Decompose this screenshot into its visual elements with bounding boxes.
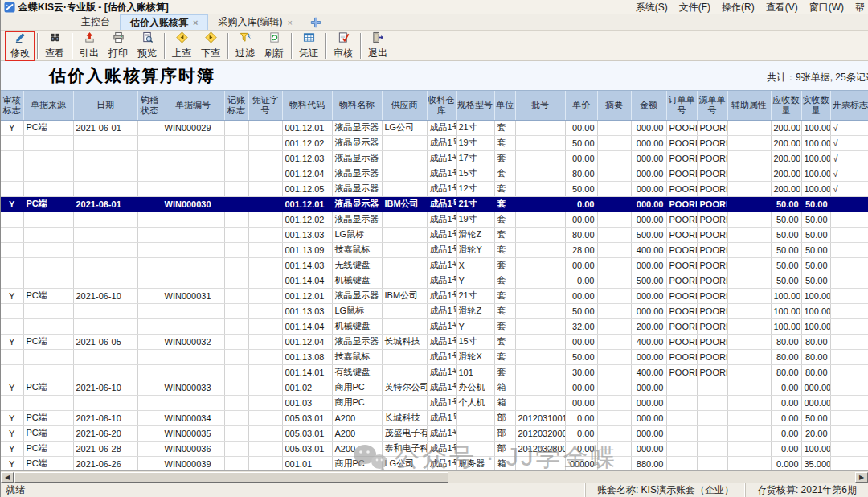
cell[interactable]: 液晶显示器 <box>332 196 382 212</box>
cell[interactable]: 00.00 <box>565 212 597 227</box>
cell[interactable] <box>23 166 73 181</box>
cell[interactable] <box>597 181 631 196</box>
cell[interactable]: PC端 <box>23 196 73 212</box>
cell[interactable]: 500.00 <box>631 227 666 242</box>
cell[interactable] <box>382 227 427 242</box>
cell[interactable]: 80.00 <box>565 166 597 181</box>
cell[interactable] <box>727 120 771 135</box>
cell[interactable] <box>248 364 282 380</box>
cell[interactable]: 100.00 <box>801 150 830 166</box>
cell[interactable] <box>515 364 565 380</box>
cell[interactable] <box>73 273 137 288</box>
cell[interactable] <box>727 181 771 196</box>
cell[interactable]: 成品1号 <box>427 135 456 150</box>
cell[interactable]: 00.00 <box>565 120 597 135</box>
cell[interactable]: 套 <box>494 181 515 196</box>
cell[interactable]: 成品1号 <box>427 456 456 470</box>
cell[interactable] <box>727 257 771 273</box>
toolbar-button-9[interactable]: 凭证 <box>294 31 323 60</box>
cell[interactable] <box>727 166 771 181</box>
cell[interactable] <box>727 410 771 425</box>
cell[interactable]: 2012032800 <box>515 441 565 456</box>
cell[interactable]: 服务器 <box>456 456 494 470</box>
cell[interactable]: 商用PC <box>332 380 382 395</box>
cell[interactable]: 400.00 <box>631 242 666 257</box>
cell[interactable]: 有线键盘 <box>332 364 382 380</box>
cell[interactable] <box>73 395 137 410</box>
cell[interactable]: 21寸 <box>456 120 494 135</box>
cell[interactable] <box>224 288 248 303</box>
cell[interactable] <box>1 242 23 257</box>
scroll-left-button[interactable]: ◀ <box>1 472 14 483</box>
column-header-0[interactable]: 审核 标志 <box>1 91 23 120</box>
cell[interactable]: 21寸 <box>456 288 494 303</box>
cell[interactable] <box>382 257 427 273</box>
cell[interactable]: 50.00 <box>801 242 830 257</box>
cell[interactable]: 套 <box>494 196 515 212</box>
cell[interactable] <box>830 227 868 242</box>
cell[interactable]: 17寸 <box>456 150 494 166</box>
cell[interactable] <box>224 380 248 395</box>
cell[interactable]: 32.00 <box>565 318 597 334</box>
cell[interactable]: 001.12.01 <box>282 196 332 212</box>
cell[interactable] <box>137 318 162 334</box>
cell[interactable]: 005.03.01 <box>282 425 332 441</box>
cell[interactable]: 100.00 <box>801 288 830 303</box>
cell[interactable]: 200.00 <box>771 150 801 166</box>
cell[interactable] <box>727 395 771 410</box>
cell[interactable] <box>830 303 868 318</box>
cell[interactable]: 000.00 <box>631 288 666 303</box>
cell[interactable] <box>515 273 565 288</box>
cell[interactable] <box>597 380 631 395</box>
cell[interactable] <box>73 318 137 334</box>
cell[interactable]: 80.00 <box>801 334 830 349</box>
cell[interactable] <box>597 395 631 410</box>
table-row-17[interactable]: YPC端2021-06-10WIN000033001.02商用PC英特尔公司成品… <box>1 380 868 395</box>
cell[interactable]: POORDOC <box>666 227 697 242</box>
column-header-2[interactable]: 日期 <box>73 91 137 120</box>
cell[interactable]: 200.00 <box>771 181 801 196</box>
cell[interactable]: 套 <box>494 166 515 181</box>
cell[interactable]: 套 <box>494 212 515 227</box>
cell[interactable] <box>830 395 868 410</box>
cell[interactable]: 001.13.03 <box>282 227 332 242</box>
cell[interactable]: POORDOC <box>697 334 727 349</box>
cell[interactable]: 0.00 <box>771 441 801 456</box>
cell[interactable]: 套 <box>494 318 515 334</box>
column-header-20[interactable]: 应收数 量 <box>771 91 801 120</box>
cell[interactable]: 0.00 <box>771 410 801 425</box>
cell[interactable] <box>727 380 771 395</box>
cell[interactable]: 20.00 <box>801 425 830 441</box>
column-header-13[interactable]: 批号 <box>515 91 565 120</box>
cell[interactable]: POORDOC <box>666 303 697 318</box>
cell[interactable]: POORDOC <box>666 334 697 349</box>
cell[interactable]: 成品1号 <box>427 242 456 257</box>
cell[interactable]: 长城科技 <box>382 410 427 425</box>
cell[interactable]: √ <box>830 166 868 181</box>
cell[interactable] <box>248 441 282 456</box>
cell[interactable] <box>23 318 73 334</box>
cell[interactable]: 000.00 <box>631 181 666 196</box>
cell[interactable] <box>456 425 494 441</box>
cell[interactable] <box>727 425 771 441</box>
cell[interactable] <box>224 181 248 196</box>
cell[interactable]: 500.00 <box>631 273 666 288</box>
toolbar-button-5[interactable]: 上查 <box>167 31 196 60</box>
cell[interactable]: √ <box>830 135 868 150</box>
menu-item-5[interactable]: 帮 <box>855 1 865 14</box>
cell[interactable] <box>248 120 282 135</box>
cell[interactable]: 套 <box>494 334 515 349</box>
cell[interactable]: 成品1号 <box>427 364 456 380</box>
cell[interactable]: 001.01 <box>282 456 332 470</box>
cell[interactable]: 000.00 <box>631 303 666 318</box>
cell[interactable] <box>162 349 224 364</box>
cell[interactable] <box>224 212 248 227</box>
cell[interactable]: IBM公司 <box>382 288 427 303</box>
cell[interactable]: 005.03.01 <box>282 410 332 425</box>
cell[interactable] <box>830 410 868 425</box>
cell[interactable] <box>1 303 23 318</box>
toolbar-button-2[interactable]: 引出 <box>75 31 104 60</box>
cell[interactable]: 200.00 <box>771 166 801 181</box>
cell[interactable] <box>162 257 224 273</box>
cell[interactable] <box>666 410 697 425</box>
